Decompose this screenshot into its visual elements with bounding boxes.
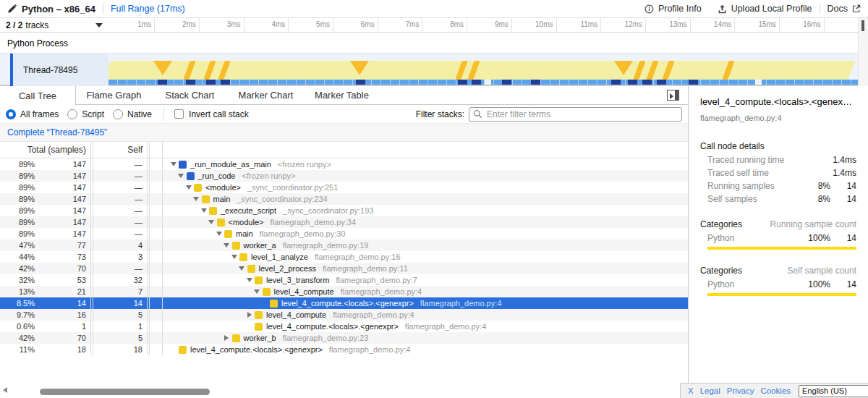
radio-native[interactable] <box>113 109 123 119</box>
expand-toggle-icon[interactable] <box>222 335 231 341</box>
call-tree-row[interactable]: 89%147—_execute_script_sync_coordinator.… <box>0 205 688 216</box>
collapse-toggle-icon[interactable] <box>244 278 254 282</box>
cell-icon-spacer <box>150 228 163 240</box>
collapse-toggle-icon[interactable] <box>192 197 201 201</box>
footer-link-privacy[interactable]: Privacy <box>727 386 754 395</box>
radio-label[interactable]: All frames <box>20 109 59 119</box>
collapse-toggle-icon[interactable] <box>184 185 193 190</box>
language-select[interactable]: English (US) <box>799 385 868 397</box>
process-track-header[interactable]: Python Process <box>0 33 868 54</box>
samples-strip <box>109 80 858 85</box>
scrollbar-thumb[interactable] <box>861 20 864 31</box>
time-tick-label: 16ms <box>779 20 821 28</box>
marker-slash-icon[interactable] <box>646 61 658 80</box>
profile-info-button[interactable]: Profile Info <box>644 4 702 14</box>
collapse-toggle-icon[interactable] <box>199 208 208 213</box>
call-tree-row[interactable]: 89%147—<module>flamegraph_demo.py:34 <box>0 216 688 228</box>
tab-call-tree[interactable]: Call Tree <box>0 86 76 106</box>
collapse-toggle-icon[interactable] <box>169 162 178 166</box>
filter-stacks-input[interactable] <box>469 107 682 122</box>
marker-triangle-icon[interactable] <box>614 61 633 75</box>
column-header-total[interactable]: Total (samples) <box>0 145 90 155</box>
marker-slash-icon[interactable] <box>722 61 734 80</box>
edit-pencil-icon[interactable] <box>7 4 17 14</box>
footer-link-legal[interactable]: Legal <box>700 386 720 395</box>
category-color-icon <box>179 346 187 354</box>
collapse-toggle-icon[interactable] <box>222 243 231 247</box>
call-tree-row[interactable]: 13%217level_4_computeflamegraph_demo.py:… <box>0 286 688 297</box>
collapse-toggle-icon[interactable] <box>214 232 224 236</box>
cell-total-samples: 147 <box>36 218 90 226</box>
radio-all-frames[interactable] <box>6 109 16 119</box>
tab-stack-chart[interactable]: Stack Chart <box>152 86 228 104</box>
call-tree-row[interactable]: 42%705worker_bflamegraph_demo.py:23 <box>0 332 688 344</box>
call-tree-row[interactable]: 89%147—<module>_sync_coordinator.py:251 <box>0 182 688 193</box>
cell-self-samples: 4 <box>93 241 147 250</box>
thread-track[interactable]: Thread-78495 <box>0 54 868 86</box>
radio-label[interactable]: Native <box>127 109 152 119</box>
footer-link-cookies[interactable]: Cookies <box>761 386 791 395</box>
scroll-left-arrow-icon[interactable] <box>3 387 7 393</box>
horizontal-scrollbar-thumb[interactable] <box>40 389 210 395</box>
profile-title[interactable]: Python – x86_64 <box>22 4 95 14</box>
collapse-toggle-icon[interactable] <box>237 266 247 271</box>
breadcrumb-root-link[interactable]: Complete “Thread-78495” <box>7 127 107 137</box>
call-tree-row[interactable]: 9.7%165level_4_computeflamegraph_demo.py… <box>0 309 688 321</box>
call-tree-row[interactable]: 89%147—main_sync_coordinator.py:234 <box>0 193 688 205</box>
footer-link-x[interactable]: X <box>688 386 694 395</box>
category-color-icon <box>202 195 210 203</box>
collapse-toggle-icon[interactable] <box>207 220 216 224</box>
call-tree-row[interactable]: 11%1818level_4_compute.<locals>.<genexpr… <box>0 344 688 355</box>
marker-slash-icon[interactable] <box>633 61 645 80</box>
collapse-toggle-icon[interactable] <box>229 255 239 259</box>
upload-profile-button[interactable]: Upload Local Profile <box>718 4 812 14</box>
full-range-link[interactable]: Full Range (17ms) <box>111 4 185 14</box>
category-color-icon <box>232 242 240 250</box>
marker-slash-icon[interactable] <box>218 61 230 80</box>
sidebar-toggle-button[interactable] <box>667 90 679 101</box>
function-name: level_4_compute.<locals>.<genexpr> <box>190 345 323 354</box>
call-tree-row[interactable]: 44%733level_1_analyzeflamegraph_demo.py:… <box>0 251 688 263</box>
category-label: Python <box>700 279 801 289</box>
tab-flame-graph[interactable]: Flame Graph <box>76 86 152 104</box>
marker-slash-icon[interactable] <box>203 61 216 80</box>
search-icon <box>473 109 482 119</box>
call-tree-row[interactable]: 32%5332level_3_transformflamegraph_demo.… <box>0 274 688 286</box>
cell-function: level_2_processflamegraph_demo.py:11 <box>163 263 688 274</box>
collapse-toggle-icon[interactable] <box>252 289 262 294</box>
call-tree-row[interactable]: 47%774worker_aflamegraph_demo.py:19 <box>0 240 688 251</box>
collapse-toggle-icon[interactable] <box>176 174 186 178</box>
category-color-icon <box>255 276 263 284</box>
call-tree-row[interactable]: 89%147—_run_module_as_main<frozen runpy> <box>0 158 688 170</box>
docs-link[interactable]: Docs <box>827 4 861 14</box>
tab-marker-table[interactable]: Marker Table <box>304 86 380 104</box>
tracks-vertical-scrollbar[interactable] <box>858 18 868 86</box>
cell-function: <module>_sync_coordinator.py:251 <box>163 182 688 193</box>
marker-slash-icon[interactable] <box>183 61 195 80</box>
call-tree-row[interactable]: 8.5%1414level_4_compute.<locals>.<genexp… <box>0 297 688 309</box>
marker-slash-icon[interactable] <box>662 61 674 80</box>
cell-total-percent: 89% <box>0 172 36 180</box>
function-name: _execute_script <box>221 206 276 215</box>
column-header-self[interactable]: Self <box>93 145 147 155</box>
thread-activity-graph[interactable] <box>109 54 858 86</box>
call-tree-row[interactable]: 89%147—_run_code<frozen runpy> <box>0 170 688 182</box>
expand-toggle-icon[interactable] <box>244 312 254 318</box>
radio-script[interactable] <box>67 109 77 119</box>
tracks-dropdown[interactable]: 2 / 2 tracks <box>0 18 109 33</box>
radio-label[interactable]: Script <box>82 109 104 119</box>
function-name: main <box>213 195 231 203</box>
marker-triangle-icon[interactable] <box>153 61 172 75</box>
tab-marker-chart[interactable]: Marker Chart <box>228 86 304 104</box>
call-tree-row[interactable]: 0.6%11level_4_compute.<locals>.<genexpr>… <box>0 321 688 332</box>
marker-triangle-icon[interactable] <box>350 61 369 75</box>
dense-samples-segment <box>642 80 652 85</box>
cell-function: level_4_compute.<locals>.<genexpr>flameg… <box>163 297 688 309</box>
marker-slash-icon[interactable] <box>455 61 467 80</box>
thread-track-label[interactable]: Thread-78495 <box>13 54 109 86</box>
call-tree-row[interactable]: 89%147—mainflamegraph_demo.py:30 <box>0 228 688 240</box>
marker-slash-icon[interactable] <box>467 61 480 80</box>
call-tree-row[interactable]: 42%70—level_2_processflamegraph_demo.py:… <box>0 263 688 274</box>
invert-call-stack-checkbox[interactable] <box>174 109 184 119</box>
invert-call-stack-label[interactable]: Invert call stack <box>189 109 249 119</box>
